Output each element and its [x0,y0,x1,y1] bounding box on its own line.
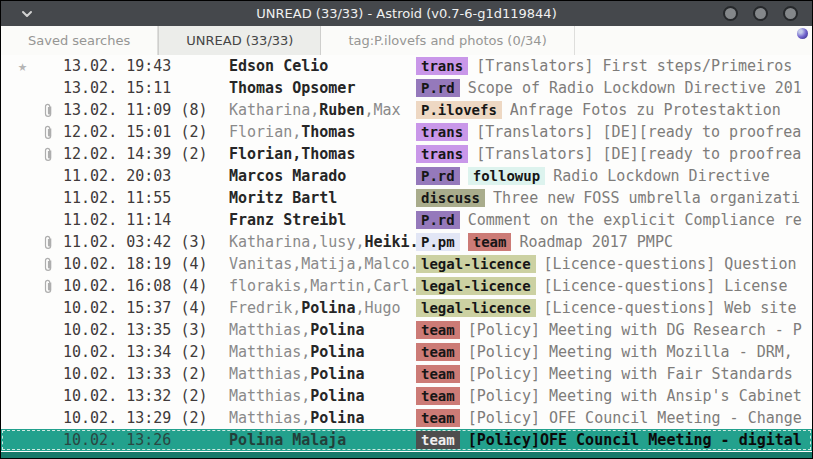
thread-authors: Vanitas,Matija,Malco. [229,255,416,273]
thread-tag: followup [468,167,545,185]
thread-authors: Florian,Thomas [229,145,416,163]
thread-row[interactable]: 13.02. 11:09 (8)Katharina,Ruben,MaxP.ilo… [1,99,812,121]
globe-icon [797,28,808,39]
thread-row[interactable]: 10.02. 13:26Polina Malajateam[Policy]OFE… [1,429,812,451]
thread-subject: Scope of Radio Lockdown Directive 201 [468,79,802,97]
thread-row[interactable]: 13.02. 15:11Thomas OpsomerP.rdScope of R… [1,77,812,99]
thread-main: team[Policy] Meeting with Fair Standards [416,365,812,383]
thread-subject: [Policy] Meeting with Ansip's Cabinet [468,387,802,405]
tab-bar: Saved searchesUNREAD (33/33)tag:P.ilovef… [1,26,812,55]
row-icons: ★ [1,59,63,74]
astroid-window: UNREAD (33/33) - Astroid (v0.7-6-g1d1198… [0,0,813,459]
thread-authors: Polina Malaja [229,431,416,449]
thread-row[interactable]: 10.02. 13:32 (2)Matthias,Polinateam[Poli… [1,385,812,407]
tab-1[interactable]: Saved searches [1,26,158,55]
row-icons [1,257,63,272]
window-title: UNREAD (33/33) - Astroid (v0.7-6-g1d1198… [1,6,812,21]
thread-main: team[Policy] OFE Council Meeting - Chang… [416,409,812,427]
thread-main: P.ilovefsAnfrage Fotos zu Protestaktion [416,101,812,119]
window-buttons [723,6,798,21]
thread-authors: Katharina,Ruben,Max [229,101,416,119]
window-button-1[interactable] [723,6,738,21]
thread-row[interactable]: 10.02. 13:35 (3)Matthias,Polinateam[Poli… [1,319,812,341]
thread-subject: [Policy] Meeting with DG Research - P [468,321,802,339]
thread-authors: Matthias,Polina [229,343,416,361]
paperclip-icon [42,147,54,162]
paperclip-icon [42,235,54,250]
thread-date: 10.02. 16:08 (4) [63,277,229,295]
tab-2[interactable]: UNREAD (33/33) [158,26,321,55]
thread-main: P.pmteamRoadmap 2017 PMPC [416,233,812,251]
window-button-2[interactable] [753,6,768,21]
paperclip-icon [42,279,54,294]
thread-tag: legal-licence [416,277,536,295]
thread-subject: [Policy] OFE Council Meeting - Change [468,409,802,427]
thread-tag: trans [416,145,468,163]
thread-date: 10.02. 18:19 (4) [63,255,229,273]
thread-subject: Roadmap 2017 PMPC [519,233,673,251]
thread-row[interactable]: ★13.02. 19:43Edson Celiotrans[Translator… [1,55,812,77]
thread-row[interactable]: 12.02. 14:39 (2)Florian,Thomastrans[Tran… [1,143,812,165]
thread-date: 13.02. 19:43 [63,57,229,75]
thread-authors: florakis,Martin,Carl. [229,277,416,295]
thread-tag: trans [416,123,468,141]
thread-tag: legal-licence [416,299,536,317]
thread-main: team[Policy] Meeting with Ansip's Cabine… [416,387,812,405]
thread-row[interactable]: 11.02. 20:03Marcos MaradoP.rdfollowupRad… [1,165,812,187]
thread-authors: Matthias,Polina [229,409,416,427]
thread-tag: team [416,431,460,449]
chevron-down-icon[interactable] [21,10,33,18]
thread-date: 10.02. 13:26 [63,431,229,449]
thread-main: legal-licence[Licence-questions] Questio… [416,255,812,273]
thread-date: 13.02. 15:11 [63,79,229,97]
thread-authors: Moritz Bartl [229,189,416,207]
thread-main: P.rdfollowupRadio Lockdown Directive [416,167,812,185]
window-button-3[interactable] [783,6,798,21]
thread-date: 13.02. 11:09 (8) [63,101,229,119]
thread-subject: Three new FOSS umbrella organizati [493,189,800,207]
thread-tag: team [416,343,460,361]
thread-row[interactable]: 10.02. 13:34 (2)Matthias,Polinateam[Poli… [1,341,812,363]
row-icons [1,103,63,118]
thread-main: team[Policy] Meeting with DG Research - … [416,321,812,339]
thread-row[interactable]: 10.02. 15:37 (4)Fredrik,Polina,Hugolegal… [1,297,812,319]
thread-date: 11.02. 03:42 (3) [63,233,229,251]
thread-date: 10.02. 15:37 (4) [63,299,229,317]
row-icons [1,279,63,294]
thread-subject: [Licence-questions] Question [544,255,797,273]
thread-subject: [Licence-questions] License [544,277,788,295]
thread-row[interactable]: 10.02. 16:08 (4)florakis,Martin,Carl.leg… [1,275,812,297]
thread-subject: [Policy] Meeting with Mozilla - DRM, [468,343,793,361]
tab-3[interactable]: tag:P.ilovefs and photos (0/34) [321,26,574,55]
thread-row[interactable]: 11.02. 03:42 (3)Katharina,lusy,Heiki.P.p… [1,231,812,253]
paperclip-icon [42,257,54,272]
thread-list: ★13.02. 19:43Edson Celiotrans[Translator… [1,55,812,452]
thread-row[interactable]: 12.02. 15:01 (2)Florian,Thomastrans[Tran… [1,121,812,143]
thread-row[interactable]: 10.02. 13:29 (2)Matthias,Polinateam[Poli… [1,407,812,429]
thread-date: 10.02. 13:29 (2) [63,409,229,427]
thread-main: P.rdComment on the explicit Compliance r… [416,211,812,229]
thread-main: trans[Translators] [DE][ready to proofre… [416,145,812,163]
thread-tag: P.rd [416,79,460,97]
thread-date: 10.02. 13:32 (2) [63,387,229,405]
star-icon: ★ [1,59,27,74]
thread-tag: P.rd [416,211,460,229]
thread-authors: Katharina,lusy,Heiki. [229,233,416,251]
thread-main: team[Policy]OFE Council Meeting - digita… [416,431,812,449]
thread-tag: team [416,365,460,383]
thread-tag: team [468,233,512,251]
titlebar: UNREAD (33/33) - Astroid (v0.7-6-g1d1198… [1,1,812,26]
thread-row[interactable]: 10.02. 13:33 (2)Matthias,Polinateam[Poli… [1,363,812,385]
thread-row[interactable]: 11.02. 11:55Moritz BartldiscussThree new… [1,187,812,209]
thread-row[interactable]: 10.02. 18:19 (4)Vanitas,Matija,Malco.leg… [1,253,812,275]
thread-authors: Matthias,Polina [229,387,416,405]
thread-main: trans[Translators] [DE][ready to proofre… [416,123,812,141]
thread-date: 12.02. 14:39 (2) [63,145,229,163]
thread-subject: [Translators] [DE][ready to proofrea [476,145,801,163]
thread-row[interactable]: 11.02. 11:14Franz StreiblP.rdComment on … [1,209,812,231]
thread-subject: [Licence-questions] Web site [544,299,797,317]
thread-tag: P.pm [416,233,460,251]
thread-authors: Florian,Thomas [229,123,416,141]
row-icons [1,235,63,250]
thread-date: 11.02. 11:14 [63,211,229,229]
